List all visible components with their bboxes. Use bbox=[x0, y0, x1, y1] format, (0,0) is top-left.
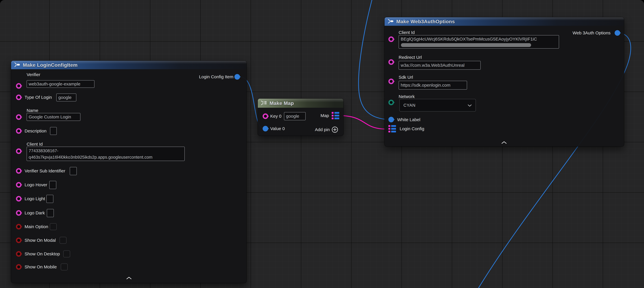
network-value: CYAN bbox=[404, 103, 416, 108]
graph-canvas[interactable]: Make LoginConfigItem Login Config Item V… bbox=[0, 0, 644, 288]
logo-hover-input[interactable] bbox=[49, 181, 56, 189]
pin-value-0[interactable] bbox=[263, 126, 268, 131]
name-value: Google Custom Login bbox=[29, 114, 71, 119]
show-on-mobile-checkbox[interactable] bbox=[61, 263, 68, 270]
pin-key-0[interactable] bbox=[263, 113, 268, 119]
network-dropdown[interactable]: CYAN bbox=[399, 99, 476, 112]
pin-label-show-on-mobile: Show On Mobile bbox=[24, 264, 57, 269]
blueprint-editor: Make LoginConfigItem Login Config Item V… bbox=[0, 0, 644, 288]
pin-label-web3auth-options: Web 3Auth Options bbox=[572, 31, 610, 36]
node-header-make-loginconfigitem[interactable]: Make LoginConfigItem bbox=[11, 61, 246, 69]
pin-label-logo-light: Logo Light bbox=[24, 196, 45, 201]
pin-label-type-of-login: Type Of Login bbox=[24, 95, 52, 100]
pin-logo-hover[interactable] bbox=[16, 182, 22, 188]
pin-sdk-url[interactable] bbox=[388, 79, 394, 84]
pin-logo-dark[interactable] bbox=[16, 210, 22, 216]
pin-label-show-on-modal: Show On Modal bbox=[24, 238, 56, 243]
description-input[interactable] bbox=[50, 127, 57, 135]
show-on-desktop-checkbox[interactable] bbox=[63, 250, 70, 257]
pin-label-key-0: Key 0 bbox=[270, 114, 282, 119]
verifier-input[interactable]: web3auth-google-example bbox=[26, 80, 94, 88]
pin-show-on-modal[interactable] bbox=[16, 237, 22, 243]
pin-label-redirect-url: Redirect Url bbox=[398, 55, 422, 60]
key-0-input[interactable]: google bbox=[284, 112, 306, 120]
node-title: Make Map bbox=[270, 100, 294, 106]
pin-type-of-login[interactable] bbox=[16, 95, 22, 100]
add-pin-label: Add pin bbox=[315, 127, 330, 132]
chevron-down-icon bbox=[468, 103, 472, 108]
client-id-value: BEglQSgt4cUWcj6SKRdu5QkOXTsePmMcusG5EAoy… bbox=[401, 37, 537, 42]
pin-login-config[interactable] bbox=[388, 125, 396, 132]
pin-redirect-url[interactable] bbox=[388, 59, 394, 65]
pin-label-verifier: Verifier bbox=[26, 72, 40, 77]
verifier-sub-identifier-input[interactable] bbox=[70, 167, 77, 175]
pin-white-label[interactable] bbox=[388, 117, 394, 122]
collapse-chevron-icon[interactable] bbox=[126, 277, 132, 280]
pin-show-on-mobile[interactable] bbox=[16, 264, 22, 270]
pin-show-on-desktop[interactable] bbox=[16, 251, 22, 257]
client-id-scrollbar[interactable] bbox=[401, 43, 531, 47]
pin-label-network: Network bbox=[398, 94, 415, 99]
sdk-url-value: https://sdk.openlogin.com bbox=[401, 83, 450, 88]
pin-label-value-0: Value 0 bbox=[270, 126, 285, 131]
pin-label-sdk-url: Sdk Url bbox=[398, 75, 413, 80]
node-make-map[interactable]: Make Map Key 0 google Map Value 0 Add pi… bbox=[258, 99, 343, 136]
pin-logo-light[interactable] bbox=[16, 196, 22, 201]
pin-label-client-id: Client Id bbox=[26, 142, 43, 147]
pin-label-name: Name bbox=[26, 108, 38, 113]
node-make-web3authoptions[interactable]: Make Web3AuthOptions Web 3Auth Options C… bbox=[384, 17, 624, 146]
node-header-make-web3authoptions[interactable]: Make Web3AuthOptions bbox=[384, 17, 624, 26]
pin-label-white-label: White Label bbox=[397, 117, 420, 122]
pin-label-client-id: Client Id bbox=[398, 30, 415, 35]
pin-description[interactable] bbox=[16, 128, 22, 134]
pin-name[interactable] bbox=[16, 114, 22, 120]
pin-network[interactable] bbox=[388, 100, 394, 105]
pin-label-login-config-item: Login Config Item bbox=[199, 74, 234, 79]
collapse-chevron-icon[interactable] bbox=[502, 141, 507, 144]
pin-label-logo-dark: Logo Dark bbox=[24, 210, 45, 215]
make-struct-icon bbox=[388, 19, 394, 25]
verifier-value: web3auth-google-example bbox=[29, 82, 80, 87]
pin-label-main-option: Main Option bbox=[24, 224, 48, 229]
pin-client-id[interactable] bbox=[16, 148, 22, 154]
pin-label-map: Map bbox=[320, 113, 329, 118]
pin-map-output[interactable] bbox=[332, 112, 339, 119]
pin-label-verifier-sub-identifier: Verifier Sub Identifier bbox=[24, 168, 65, 173]
type-of-login-value: google bbox=[58, 95, 72, 100]
pin-label-description: Description bbox=[24, 129, 46, 133]
type-of-login-input[interactable]: google bbox=[56, 94, 76, 101]
pin-label-logo-hover: Logo Hover bbox=[24, 182, 47, 187]
make-struct-icon bbox=[14, 62, 20, 68]
client-id-line1: 774338308167- bbox=[29, 148, 183, 154]
sdk-url-input[interactable]: https://sdk.openlogin.com bbox=[398, 81, 467, 90]
wire-map-to-loginconfig[interactable] bbox=[342, 116, 388, 129]
show-on-modal-checkbox[interactable] bbox=[60, 237, 66, 244]
pin-main-option[interactable] bbox=[16, 224, 22, 229]
client-id-line2: q463s7kpvja16l4l0kko3nb925ikds2p.apps.go… bbox=[29, 154, 183, 160]
redirect-url-input[interactable]: w3a://com.w3a.Web3AuthUnreal bbox=[398, 61, 481, 70]
node-header-make-map[interactable]: Make Map bbox=[258, 99, 343, 108]
key-0-value: google bbox=[286, 114, 299, 119]
add-pin-button[interactable] bbox=[332, 126, 338, 134]
pin-label-show-on-desktop: Show On Desktop bbox=[24, 251, 60, 256]
node-title: Make Web3AuthOptions bbox=[396, 19, 455, 25]
pin-output-web3auth-options[interactable] bbox=[614, 30, 620, 36]
pin-output-login-config-item[interactable] bbox=[234, 74, 240, 80]
node-title: Make LoginConfigItem bbox=[23, 62, 78, 68]
name-input[interactable]: Google Custom Login bbox=[26, 113, 80, 121]
pin-label-login-config: Login Config bbox=[400, 126, 424, 131]
logo-dark-input[interactable] bbox=[47, 209, 54, 217]
logo-light-input[interactable] bbox=[46, 195, 53, 203]
pin-client-id[interactable] bbox=[388, 37, 394, 42]
pin-verifier[interactable] bbox=[16, 83, 22, 89]
node-make-loginconfigitem[interactable]: Make LoginConfigItem Login Config Item V… bbox=[11, 61, 246, 283]
client-id-input[interactable]: 774338308167- q463s7kpvja16l4l0kko3nb925… bbox=[26, 147, 185, 161]
client-id-input[interactable]: BEglQSgt4cUWcj6SKRdu5QkOXTsePmMcusG5EAoy… bbox=[398, 35, 559, 49]
make-map-icon bbox=[261, 100, 267, 106]
redirect-url-value: w3a://com.w3a.Web3AuthUnreal bbox=[401, 63, 464, 68]
pin-verifier-sub-identifier[interactable] bbox=[16, 168, 22, 174]
main-option-checkbox[interactable] bbox=[50, 223, 57, 230]
